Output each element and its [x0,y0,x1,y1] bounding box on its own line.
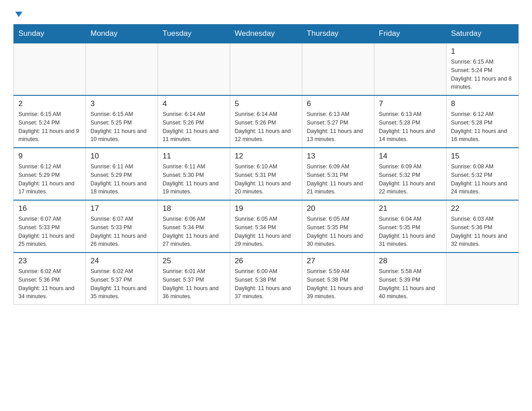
day-info: Sunrise: 6:15 AM Sunset: 5:24 PM Dayligh… [451,58,514,91]
day-info: Sunrise: 6:14 AM Sunset: 5:26 PM Dayligh… [163,110,225,144]
calendar-cell: 16Sunrise: 6:07 AM Sunset: 5:33 PM Dayli… [14,200,86,253]
calendar-cell: 26Sunrise: 6:00 AM Sunset: 5:38 PM Dayli… [230,253,302,305]
calendar-cell: 23Sunrise: 6:02 AM Sunset: 5:36 PM Dayli… [14,253,86,305]
calendar-cell [86,43,158,95]
day-info: Sunrise: 6:12 AM Sunset: 5:29 PM Dayligh… [18,163,81,196]
svg-marker-0 [15,12,22,17]
day-number: 4 [163,99,225,108]
calendar-cell: 18Sunrise: 6:06 AM Sunset: 5:34 PM Dayli… [158,200,230,253]
day-number: 13 [307,152,369,161]
calendar-cell: 1Sunrise: 6:15 AM Sunset: 5:24 PM Daylig… [446,43,519,95]
day-number: 26 [235,257,297,265]
day-info: Sunrise: 6:02 AM Sunset: 5:37 PM Dayligh… [90,267,153,301]
calendar-cell: 2Sunrise: 6:15 AM Sunset: 5:24 PM Daylig… [14,95,86,148]
day-number: 18 [163,204,225,213]
calendar-cell: 10Sunrise: 6:11 AM Sunset: 5:29 PM Dayli… [86,148,158,200]
page-header [13,9,519,17]
day-number: 11 [163,152,225,161]
day-info: Sunrise: 6:05 AM Sunset: 5:34 PM Dayligh… [235,215,297,248]
day-header-monday: Monday [86,25,158,43]
calendar-cell [374,43,446,95]
calendar-cell: 11Sunrise: 6:11 AM Sunset: 5:30 PM Dayli… [158,148,230,200]
day-info: Sunrise: 6:05 AM Sunset: 5:35 PM Dayligh… [307,215,369,248]
day-info: Sunrise: 6:00 AM Sunset: 5:38 PM Dayligh… [235,267,297,301]
day-number: 25 [163,257,225,265]
day-info: Sunrise: 6:15 AM Sunset: 5:25 PM Dayligh… [90,110,153,144]
calendar-cell: 22Sunrise: 6:03 AM Sunset: 5:36 PM Dayli… [446,200,519,253]
day-number: 8 [451,99,514,108]
calendar-cell [446,253,519,305]
day-number: 23 [18,257,81,265]
calendar-cell: 7Sunrise: 6:13 AM Sunset: 5:28 PM Daylig… [374,95,446,148]
day-number: 10 [90,152,153,161]
day-info: Sunrise: 6:07 AM Sunset: 5:33 PM Dayligh… [90,215,153,248]
day-info: Sunrise: 6:13 AM Sunset: 5:27 PM Dayligh… [307,110,369,144]
day-header-sunday: Sunday [14,25,86,43]
day-number: 9 [18,152,81,161]
logo-arrow-icon [14,10,23,19]
calendar-cell: 17Sunrise: 6:07 AM Sunset: 5:33 PM Dayli… [86,200,158,253]
day-info: Sunrise: 6:10 AM Sunset: 5:31 PM Dayligh… [235,163,297,196]
week-row-2: 2Sunrise: 6:15 AM Sunset: 5:24 PM Daylig… [14,95,519,148]
day-number: 7 [379,99,442,108]
day-number: 3 [90,99,153,108]
day-info: Sunrise: 6:01 AM Sunset: 5:37 PM Dayligh… [163,267,225,301]
day-number: 28 [379,257,442,265]
day-number: 2 [18,99,81,108]
calendar-cell: 24Sunrise: 6:02 AM Sunset: 5:37 PM Dayli… [86,253,158,305]
day-info: Sunrise: 6:04 AM Sunset: 5:35 PM Dayligh… [379,215,442,248]
day-info: Sunrise: 6:03 AM Sunset: 5:36 PM Dayligh… [451,215,514,248]
day-number: 24 [90,257,153,265]
day-number: 27 [307,257,369,265]
day-header-saturday: Saturday [446,25,519,43]
calendar-cell: 15Sunrise: 6:08 AM Sunset: 5:32 PM Dayli… [446,148,519,200]
day-number: 19 [235,204,297,213]
day-number: 17 [90,204,153,213]
day-info: Sunrise: 6:12 AM Sunset: 5:28 PM Dayligh… [451,110,514,144]
day-header-tuesday: Tuesday [158,25,230,43]
day-info: Sunrise: 6:13 AM Sunset: 5:28 PM Dayligh… [379,110,442,144]
calendar-cell [230,43,302,95]
day-number: 6 [307,99,369,108]
day-info: Sunrise: 5:59 AM Sunset: 5:38 PM Dayligh… [307,267,369,301]
logo [13,9,23,17]
day-number: 21 [379,204,442,213]
day-info: Sunrise: 6:02 AM Sunset: 5:36 PM Dayligh… [18,267,81,301]
calendar-table: SundayMondayTuesdayWednesdayThursdayFrid… [13,24,519,305]
day-number: 12 [235,152,297,161]
calendar-cell: 28Sunrise: 5:58 AM Sunset: 5:39 PM Dayli… [374,253,446,305]
day-header-thursday: Thursday [302,25,374,43]
calendar-cell: 6Sunrise: 6:13 AM Sunset: 5:27 PM Daylig… [302,95,374,148]
week-row-4: 16Sunrise: 6:07 AM Sunset: 5:33 PM Dayli… [14,200,519,253]
day-number: 1 [451,47,514,56]
calendar-cell: 20Sunrise: 6:05 AM Sunset: 5:35 PM Dayli… [302,200,374,253]
day-info: Sunrise: 6:09 AM Sunset: 5:31 PM Dayligh… [307,163,369,196]
day-info: Sunrise: 6:08 AM Sunset: 5:32 PM Dayligh… [451,163,514,196]
day-number: 5 [235,99,297,108]
day-info: Sunrise: 6:11 AM Sunset: 5:30 PM Dayligh… [163,163,225,196]
calendar-cell [158,43,230,95]
calendar-cell: 4Sunrise: 6:14 AM Sunset: 5:26 PM Daylig… [158,95,230,148]
calendar-cell: 21Sunrise: 6:04 AM Sunset: 5:35 PM Dayli… [374,200,446,253]
calendar-cell: 25Sunrise: 6:01 AM Sunset: 5:37 PM Dayli… [158,253,230,305]
week-row-5: 23Sunrise: 6:02 AM Sunset: 5:36 PM Dayli… [14,253,519,305]
calendar-cell: 14Sunrise: 6:09 AM Sunset: 5:32 PM Dayli… [374,148,446,200]
calendar-cell: 19Sunrise: 6:05 AM Sunset: 5:34 PM Dayli… [230,200,302,253]
calendar-cell: 12Sunrise: 6:10 AM Sunset: 5:31 PM Dayli… [230,148,302,200]
day-number: 14 [379,152,442,161]
calendar-cell: 27Sunrise: 5:59 AM Sunset: 5:38 PM Dayli… [302,253,374,305]
day-number: 15 [451,152,514,161]
day-info: Sunrise: 5:58 AM Sunset: 5:39 PM Dayligh… [379,267,442,301]
week-row-1: 1Sunrise: 6:15 AM Sunset: 5:24 PM Daylig… [14,43,519,95]
day-info: Sunrise: 6:07 AM Sunset: 5:33 PM Dayligh… [18,215,81,248]
day-header-wednesday: Wednesday [230,25,302,43]
day-info: Sunrise: 6:15 AM Sunset: 5:24 PM Dayligh… [18,110,81,144]
calendar-cell: 13Sunrise: 6:09 AM Sunset: 5:31 PM Dayli… [302,148,374,200]
day-info: Sunrise: 6:06 AM Sunset: 5:34 PM Dayligh… [163,215,225,248]
day-number: 20 [307,204,369,213]
day-info: Sunrise: 6:14 AM Sunset: 5:26 PM Dayligh… [235,110,297,144]
calendar-cell: 9Sunrise: 6:12 AM Sunset: 5:29 PM Daylig… [14,148,86,200]
week-row-3: 9Sunrise: 6:12 AM Sunset: 5:29 PM Daylig… [14,148,519,200]
calendar-cell: 8Sunrise: 6:12 AM Sunset: 5:28 PM Daylig… [446,95,519,148]
calendar-cell [302,43,374,95]
